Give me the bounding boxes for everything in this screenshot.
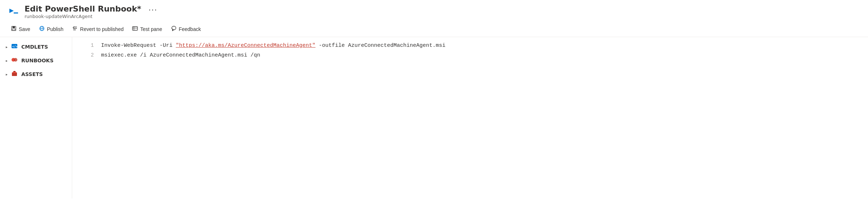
assets-chevron-icon: ▸ xyxy=(6,72,8,76)
code-content-2: msiexec.exe /i AzureConnectedMachineAgen… xyxy=(101,50,260,60)
code-line-2: 2 msiexec.exe /i AzureConnectedMachineAg… xyxy=(72,50,868,60)
cmdlets-chevron-icon: ▸ xyxy=(6,45,8,49)
page-subtitle: runbook-updateWinArcAgent xyxy=(25,14,141,19)
revert-label: Revert to published xyxy=(80,26,124,32)
toolbar: Save Publish Revert to published xyxy=(0,21,868,37)
svg-point-20 xyxy=(14,58,17,62)
more-options-button[interactable]: ··· xyxy=(148,6,157,14)
svg-rect-5 xyxy=(12,29,15,30)
line-number-2: 2 xyxy=(79,51,94,60)
runbooks-icon xyxy=(11,57,18,64)
page-header: Edit PowerShell Runbook* runbook-updateW… xyxy=(0,0,868,21)
testpane-icon xyxy=(132,26,138,33)
code-content-1: Invoke-WebRequest -Uri "https://aka.ms/A… xyxy=(101,41,445,50)
feedback-icon xyxy=(171,26,176,33)
feedback-label: Feedback xyxy=(179,26,201,32)
save-label: Save xyxy=(19,26,30,32)
svg-rect-23 xyxy=(14,71,15,72)
save-button[interactable]: Save xyxy=(7,23,34,35)
runbooks-label: RUNBOOKS xyxy=(21,58,53,63)
publish-button[interactable]: Publish xyxy=(35,23,67,35)
testpane-label: Test pane xyxy=(140,26,162,32)
header-text: Edit PowerShell Runbook* runbook-updateW… xyxy=(25,4,141,19)
save-icon xyxy=(11,26,17,33)
line-number-1: 1 xyxy=(79,41,94,50)
assets-icon xyxy=(11,70,18,78)
sidebar-item-cmdlets[interactable]: ▸ </> CMDLETS xyxy=(0,40,72,54)
publish-icon xyxy=(39,26,45,33)
code-url: "https://aka.ms/AzureConnectedMachineAge… xyxy=(176,42,315,49)
code-line-1: 1 Invoke-WebRequest -Uri "https://aka.ms… xyxy=(72,41,868,50)
cmdlets-label: CMDLETS xyxy=(21,44,48,50)
sidebar-item-runbooks[interactable]: ▸ RUNBOOKS xyxy=(0,54,72,67)
revert-icon xyxy=(72,26,78,33)
svg-marker-1 xyxy=(9,9,14,13)
testpane-button[interactable]: Test pane xyxy=(128,23,166,35)
svg-text:</>: </> xyxy=(12,45,18,48)
powershell-icon xyxy=(7,4,20,19)
main-layout: ▸ </> CMDLETS ▸ RUNBOOKS ▸ xyxy=(0,37,868,198)
sidebar-item-assets[interactable]: ▸ ASSETS xyxy=(0,67,72,81)
svg-rect-4 xyxy=(13,26,15,28)
code-editor[interactable]: 1 Invoke-WebRequest -Uri "https://aka.ms… xyxy=(72,37,868,198)
svg-rect-14 xyxy=(132,27,138,30)
sidebar: ▸ </> CMDLETS ▸ RUNBOOKS ▸ xyxy=(0,37,72,198)
runbooks-chevron-icon: ▸ xyxy=(6,59,8,63)
publish-label: Publish xyxy=(47,26,64,32)
page-title: Edit PowerShell Runbook* xyxy=(25,4,141,14)
feedback-button[interactable]: Feedback xyxy=(167,23,204,35)
cmdlets-icon: </> xyxy=(11,43,18,51)
revert-button[interactable]: Revert to published xyxy=(69,23,127,35)
assets-label: ASSETS xyxy=(21,71,43,77)
